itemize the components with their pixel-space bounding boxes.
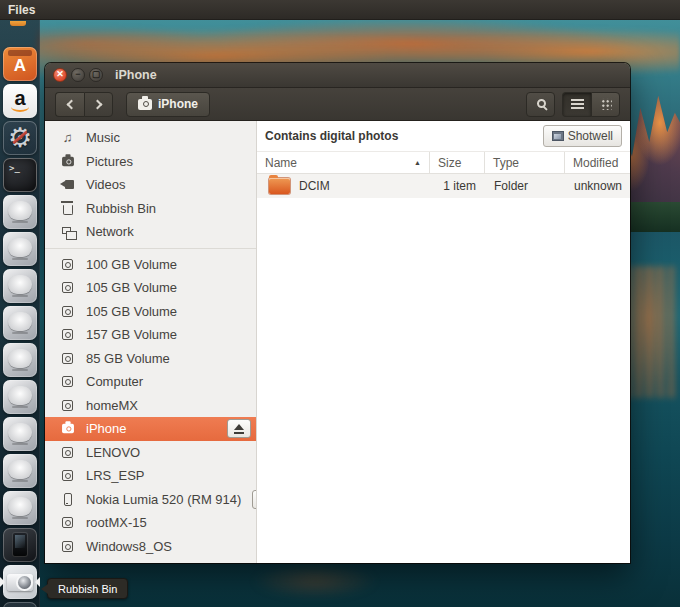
mobile-phone-icon xyxy=(60,493,75,506)
sidebar-item-rootmx[interactable]: rootMX-15 xyxy=(45,511,256,535)
network-icon xyxy=(60,230,75,234)
sidebar-item-music[interactable]: ♫ Music xyxy=(45,126,256,150)
chevron-right-icon xyxy=(92,99,102,109)
search-button[interactable] xyxy=(526,92,555,117)
drive-icon xyxy=(60,541,75,552)
sidebar-item-pictures[interactable]: Pictures xyxy=(45,150,256,174)
back-button[interactable] xyxy=(55,92,84,117)
navigation-buttons xyxy=(55,92,113,117)
sidebar-item-lenovo[interactable]: LENOVO xyxy=(45,441,256,465)
column-label: Modified xyxy=(573,156,618,170)
software-a-app-icon[interactable]: A xyxy=(3,47,37,81)
sidebar-item-network[interactable]: Network xyxy=(45,220,256,244)
files-window: ✕ − ▢ iPhone iPhone ♫ Music Pictu xyxy=(45,63,630,563)
drive-icon xyxy=(60,329,75,340)
column-header-name[interactable]: Name ▲ xyxy=(257,152,430,173)
sidebar-item-volume[interactable]: 85 GB Volume xyxy=(45,347,256,371)
shotwell-button-label: Shotwell xyxy=(568,129,613,143)
drive-icon[interactable] xyxy=(3,491,37,525)
column-header-modified[interactable]: Modified xyxy=(565,152,630,173)
sidebar-item-volume[interactable]: 100 GB Volume xyxy=(45,253,256,277)
system-settings-icon[interactable]: ⚙ xyxy=(3,121,37,155)
drive-icon[interactable] xyxy=(3,269,37,303)
terminal-icon[interactable]: >_ xyxy=(3,158,37,192)
pathbar-label: iPhone xyxy=(158,97,198,111)
file-row-dcim[interactable]: DCIM 1 item Folder unknown xyxy=(257,174,630,198)
file-name-cell: DCIM xyxy=(257,178,430,194)
chevron-left-icon xyxy=(67,99,77,109)
drive-icon[interactable] xyxy=(3,232,37,266)
drive-icon xyxy=(60,400,75,411)
forward-button[interactable] xyxy=(84,92,113,117)
sidebar-item-label: Pictures xyxy=(86,154,133,169)
sidebar-item-iphone[interactable]: iPhone xyxy=(45,417,256,441)
sort-ascending-icon: ▲ xyxy=(414,159,421,166)
sidebar-item-label: 105 GB Volume xyxy=(86,304,177,319)
folder-icon xyxy=(269,178,290,194)
shotwell-icon xyxy=(552,131,564,141)
drive-icon[interactable] xyxy=(3,380,37,414)
sidebar-item-volume[interactable]: 157 GB Volume xyxy=(45,323,256,347)
minimize-icon: − xyxy=(75,70,80,79)
sidebar-item-windows8[interactable]: Windows8_OS xyxy=(45,535,256,559)
sidebar-item-label: 100 GB Volume xyxy=(86,257,177,272)
infobar-message: Contains digital photos xyxy=(265,129,398,143)
search-icon xyxy=(537,99,546,108)
sidebar-separator xyxy=(45,248,256,249)
drive-icon[interactable] xyxy=(3,454,37,488)
sidebar-item-nokia[interactable]: Nokia Lumia 520 (RM 914) xyxy=(45,488,256,512)
sidebar-item-label: LENOVO xyxy=(86,445,140,460)
grid-view-button[interactable] xyxy=(591,92,620,117)
drive-icon xyxy=(60,376,75,387)
view-switcher xyxy=(562,92,620,117)
sidebar-item-computer[interactable]: Computer xyxy=(45,370,256,394)
sidebar-item-label: 157 GB Volume xyxy=(86,327,177,342)
file-size-cell: 1 item xyxy=(430,179,485,193)
drive-icon[interactable] xyxy=(3,343,37,377)
pathbar-location-button[interactable]: iPhone xyxy=(126,92,210,117)
drive-icon[interactable] xyxy=(3,417,37,451)
column-label: Type xyxy=(493,156,519,170)
tooltip-label: Rubbish Bin xyxy=(58,583,117,595)
rubbish-bin-icon[interactable] xyxy=(3,602,37,607)
grid-view-icon xyxy=(600,98,612,110)
sidebar-item-label: 85 GB Volume xyxy=(86,351,170,366)
column-header-type[interactable]: Type xyxy=(485,152,565,173)
sidebar-item-label: iPhone xyxy=(86,421,126,436)
column-label: Name xyxy=(265,156,297,170)
toolbar: iPhone xyxy=(45,88,630,121)
drive-icon[interactable] xyxy=(3,306,37,340)
partial-app-icon[interactable] xyxy=(10,21,26,26)
sidebar-item-label: Videos xyxy=(86,177,126,192)
drive-icon xyxy=(60,306,75,317)
drive-icon xyxy=(60,259,75,270)
phone-app-icon[interactable] xyxy=(3,528,37,562)
maximize-button[interactable]: ▢ xyxy=(89,68,103,82)
drive-icon[interactable] xyxy=(3,195,37,229)
minimize-button[interactable]: − xyxy=(71,68,85,82)
eject-button[interactable] xyxy=(227,419,251,438)
terminal-prompt-glyph: >_ xyxy=(9,163,20,173)
sidebar-item-volume[interactable]: 105 GB Volume xyxy=(45,300,256,324)
sidebar-item-videos[interactable]: Videos xyxy=(45,173,256,197)
column-header-size[interactable]: Size xyxy=(430,152,485,173)
window-titlebar[interactable]: ✕ − ▢ iPhone xyxy=(45,63,630,88)
sidebar-item-label: 105 GB Volume xyxy=(86,280,177,295)
focused-app-arrow-right xyxy=(35,577,40,587)
open-shotwell-button[interactable]: Shotwell xyxy=(543,125,622,147)
drive-icon xyxy=(60,282,75,293)
file-name: DCIM xyxy=(299,179,330,193)
camera-app-icon[interactable] xyxy=(3,565,37,599)
sidebar-item-rubbish-bin[interactable]: Rubbish Bin xyxy=(45,197,256,221)
list-view-button[interactable] xyxy=(562,92,591,117)
sidebar-item-homemx[interactable]: homeMX xyxy=(45,394,256,418)
places-sidebar: ♫ Music Pictures Videos Rubbish Bin Netw… xyxy=(45,121,257,563)
sidebar-item-lrs-esp[interactable]: LRS_ESP xyxy=(45,464,256,488)
close-button[interactable]: ✕ xyxy=(53,68,67,82)
amazon-app-icon[interactable]: a xyxy=(3,84,37,118)
file-list-pane: Contains digital photos Shotwell Name ▲ … xyxy=(257,121,630,563)
sidebar-item-volume[interactable]: 105 GB Volume xyxy=(45,276,256,300)
list-column-headers: Name ▲ Size Type Modified xyxy=(257,151,630,174)
launcher-tooltip: Rubbish Bin xyxy=(47,578,128,599)
active-app-menu[interactable]: Files xyxy=(8,3,35,17)
